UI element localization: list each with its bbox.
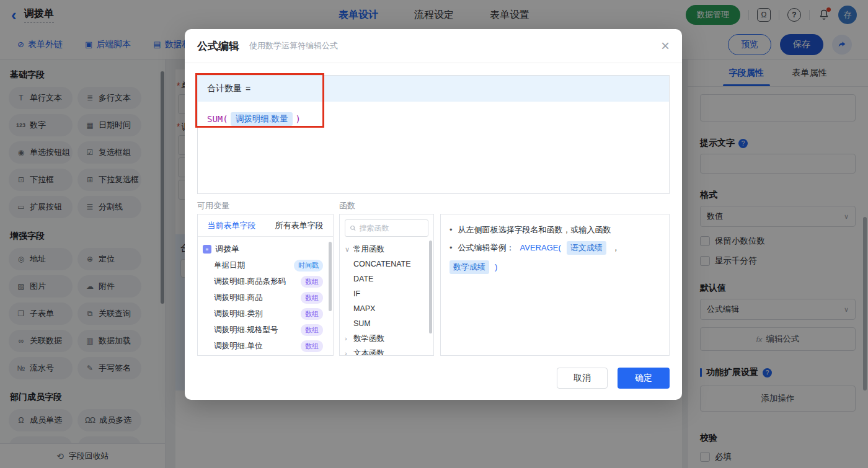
modal-subtitle: 使用数学运算符编辑公式 (249, 40, 338, 51)
chevron-right-icon: › (345, 350, 350, 356)
variable-row[interactable]: 调拨明细.单位数组 (203, 338, 328, 354)
variable-row[interactable]: 调拨明细.规格型号数组 (203, 322, 328, 338)
help-panel: • 从左侧面板选择字段名和函数，或输入函数 • 公式编辑举例： AVERAGE(… (440, 214, 670, 356)
formula-variable-chip[interactable]: 调拨明细.数量 (231, 112, 293, 126)
variables-panel: 当前表单字段 所有表单字段 ≡ 调拨单 单据日期时间戳 调拨明细.商品条形码数组… (197, 214, 334, 356)
tree-root-label: 调拨单 (215, 244, 239, 255)
formula-target-row: 合计数量 = (198, 76, 669, 102)
tree-root[interactable]: ≡ 调拨单 (203, 241, 328, 257)
example-separator: ， (612, 242, 620, 254)
function-group-text[interactable]: ›文本函数 (340, 346, 433, 356)
formula-editor-modal: 公式编辑 使用数学运算符编辑公式 × 合计数量 = SUM( 调拨明细.数量 )… (185, 29, 682, 400)
example-chip: 语文成绩 (567, 241, 606, 255)
example-function: AVERAGE( (520, 242, 561, 254)
example-chip: 数学成绩 (450, 260, 489, 274)
modal-header: 公式编辑 使用数学运算符编辑公式 × (185, 29, 682, 63)
modal-title: 公式编辑 (197, 39, 239, 53)
variable-name: 调拨明细.规格型号 (214, 325, 301, 335)
bullet-icon: • (450, 224, 453, 236)
bullet-icon: • (450, 242, 453, 254)
help-tip-2: • 公式编辑举例： AVERAGE( 语文成绩 ， 数学成绩 ) (450, 241, 660, 274)
tab-all-form-fields[interactable]: 所有表单字段 (265, 214, 333, 236)
function-search-input[interactable] (359, 224, 423, 232)
formula-editor-area[interactable]: 合计数量 = SUM( 调拨明细.数量 ) (197, 75, 670, 194)
functions-tree: ∨常用函数 CONCATENATE DATE IF MAPX SUM ›数学函数… (340, 242, 433, 356)
variables-panel-label: 可用变量 (197, 200, 229, 211)
cancel-button[interactable]: 取消 (557, 368, 608, 389)
variable-name: 单据日期 (214, 260, 294, 271)
formula-keyword: SUM( (207, 114, 228, 124)
formula-target: 合计数量 (207, 83, 242, 94)
function-item[interactable]: IF (340, 286, 433, 301)
tip-prefix: 公式编辑举例： (458, 242, 515, 254)
variable-name: 调拨明细.单位 (214, 341, 301, 351)
function-group-math[interactable]: ›数学函数 (340, 331, 433, 346)
type-badge: 数组 (301, 308, 323, 320)
type-badge: 时间戳 (294, 260, 323, 272)
formula-expression[interactable]: SUM( 调拨明细.数量 ) (198, 102, 669, 136)
function-item[interactable]: DATE (340, 272, 433, 286)
group-label: 常用函数 (353, 244, 384, 255)
tip-text: 从左侧面板选择字段名和函数，或输入函数 (458, 224, 611, 236)
formula-close-paren: ) (295, 114, 300, 124)
help-tip-1: • 从左侧面板选择字段名和函数，或输入函数 (450, 224, 660, 236)
type-badge: 数组 (301, 324, 323, 336)
variable-row[interactable]: 调拨明细.类别数组 (203, 306, 328, 322)
function-item[interactable]: MAPX (340, 301, 433, 316)
modal-footer: 取消 确定 (557, 368, 670, 389)
chevron-down-icon: ∨ (345, 245, 350, 254)
group-label: 文本函数 (353, 348, 384, 356)
close-icon[interactable]: × (661, 38, 670, 53)
function-item[interactable]: SUM (340, 316, 433, 331)
function-group-common[interactable]: ∨常用函数 (340, 242, 433, 257)
form-doc-icon: ≡ (203, 245, 211, 254)
type-badge: 数组 (301, 340, 323, 352)
tab-current-form-fields[interactable]: 当前表单字段 (198, 214, 265, 236)
variables-scrollbar[interactable] (329, 242, 332, 311)
chevron-right-icon: › (345, 335, 350, 342)
formula-equals: = (246, 84, 250, 94)
variable-name: 调拨明细.类别 (214, 309, 301, 319)
confirm-button[interactable]: 确定 (618, 368, 670, 389)
variable-name: 调拨明细.商品 (214, 293, 301, 303)
variable-row[interactable]: 单据日期时间戳 (203, 257, 328, 273)
variables-tabs: 当前表单字段 所有表单字段 (198, 214, 333, 237)
function-search-box[interactable] (345, 219, 428, 237)
variables-tree: ≡ 调拨单 单据日期时间戳 调拨明细.商品条形码数组 调拨明细.商品数组 调拨明… (198, 237, 333, 356)
variable-row[interactable]: 调拨明细.商品数组 (203, 289, 328, 306)
variable-row[interactable]: 调拨明细.商品条形码数组 (203, 273, 328, 289)
example-close-paren: ) (495, 261, 497, 273)
type-badge: 数组 (301, 276, 323, 288)
function-item[interactable]: CONCATENATE (340, 257, 433, 272)
variable-name: 调拨明细.商品条形码 (214, 276, 301, 287)
search-icon (350, 224, 356, 232)
functions-panel: ∨常用函数 CONCATENATE DATE IF MAPX SUM ›数学函数… (339, 214, 434, 356)
type-badge: 数组 (301, 292, 323, 304)
functions-scrollbar[interactable] (429, 241, 432, 333)
group-label: 数学函数 (353, 333, 384, 344)
functions-panel-label: 函数 (339, 200, 355, 211)
